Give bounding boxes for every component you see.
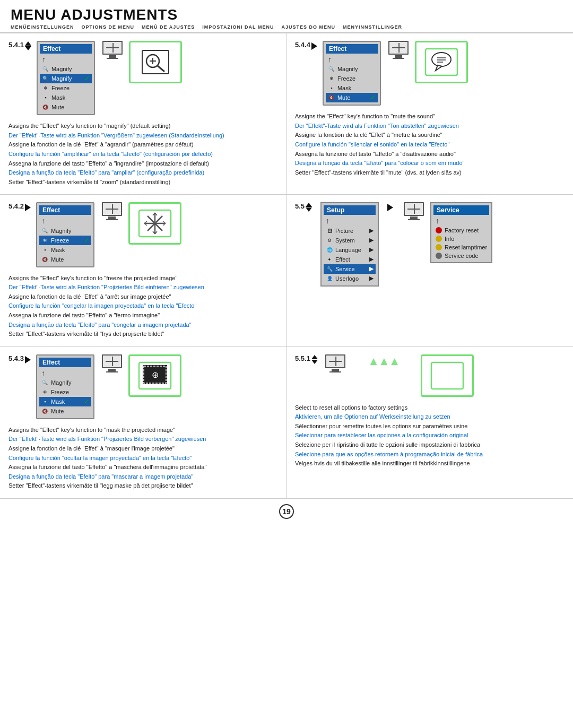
desc-544-fr: Assigne la fonction de la clé "Effet" à … (295, 132, 442, 138)
mask-icon-542: ▪ (41, 246, 49, 254)
setup-item-system[interactable]: ⚙ System ▶ (324, 236, 376, 245)
desc-542-pt: Designa a função da tecla "Efeito" para … (8, 322, 192, 328)
setup-item-language[interactable]: 🌐 Language ▶ (324, 245, 376, 255)
freeze-icon-542: ❄ (41, 237, 49, 244)
menu-back-543: ↑ (39, 368, 91, 378)
menu-item-mask-543-sel[interactable]: ▪ Mask ✓ (39, 397, 91, 406)
cell-551: 5.5.1 ▲▲▲ (286, 347, 573, 499)
cell-542: 5.4.2 Effect ↑ 🔍 Magnify ❄ Freeze ✓ ▪ (0, 195, 286, 346)
page-title: MENU ADJUSTMENTS (11, 6, 562, 23)
desc-542-es: Configure la función "congelar la imagen… (8, 302, 196, 309)
userlogo-icon: 👤 (326, 275, 333, 282)
setup-item-effect[interactable]: ✦ Effect ▶ (324, 255, 376, 264)
menu-item-mask-541[interactable]: ▪ Mask (40, 93, 92, 102)
menu-item-magnify-542[interactable]: 🔍 Magnify (39, 226, 91, 236)
desc-543-it: Assegna la funzione del tasto "Effetto" … (8, 464, 206, 470)
section-num-541: 5.4.1 (8, 41, 31, 50)
setup-menu-55: Setup ↑ 🖼 Picture ▶ ⚙ System ▶ 🌐 Languag… (320, 202, 379, 286)
svg-rect-28 (431, 362, 463, 389)
preview-box-551 (421, 354, 474, 397)
subtitle-row: MENÜEINSTELLUNGEN OPTIONS DE MENU MENÚ D… (11, 24, 562, 30)
info-icon (436, 236, 442, 242)
preview-box-541 (129, 41, 182, 83)
setup-item-service-sel[interactable]: 🔧 Service ▶ (324, 264, 376, 274)
picture-icon: 🖼 (326, 227, 333, 235)
mute-icon-543: 🔇 (41, 408, 49, 415)
mask-icon-544: ▪ (328, 84, 335, 92)
menu-title-544: Effect (326, 44, 378, 54)
setup-item-picture[interactable]: 🖼 Picture ▶ (324, 226, 376, 236)
menu-item-mute-544-sel[interactable]: 🔇 Mute ✓ (326, 93, 378, 102)
menu-item-freeze-541[interactable]: ❄ Freeze (40, 83, 92, 93)
desc-543-fr: Assigne la fonction de la clé "Effet" à … (8, 445, 175, 452)
desc-541-no: Setter "Effect"-tastens virkemåte til "z… (8, 179, 170, 185)
monitor-icon-551 (325, 354, 345, 372)
check-mask-543: ✓ (84, 398, 89, 405)
desc-541-pt: Designa a função da tecla "Efeito" para … (8, 169, 204, 176)
cell-544: 5.4.4 Effect ↑ 🔍 Magnify ❄ Freeze ▪ (286, 33, 573, 195)
magnify-icon-sel: 🔍 (42, 75, 49, 82)
factory-reset-logo: ▲▲▲ (368, 354, 399, 368)
effect-icon: ✦ (326, 256, 333, 263)
menu-item-freeze-542-sel[interactable]: ❄ Freeze ✓ (39, 236, 91, 245)
desc-551-es: Selecionar para restablecer las opciones… (295, 432, 468, 438)
menu-back-544: ↑ (326, 55, 378, 64)
check-mute-544: ✓ (370, 94, 376, 101)
desc-542-it: Assegna la funzione del tasto "Effetto" … (8, 312, 160, 318)
menu-item-magnify-544[interactable]: 🔍 Magnify (326, 64, 378, 74)
subtitle-de: MENÜEINSTELLUNGEN (11, 24, 74, 30)
menu-item-freeze-543[interactable]: ❄ Freeze (39, 387, 91, 397)
page-footer: 19 (0, 499, 573, 524)
service-item-info[interactable]: Info (433, 235, 489, 243)
monitor-icon-543 (102, 354, 122, 372)
desc-544-no: Setter "Effect"-tastens virkemåte til "m… (295, 169, 462, 176)
mask-icon: ▪ (42, 94, 49, 101)
desc-551-pt: Selecione para que as opções retornem à … (295, 451, 483, 457)
freeze-icon-543: ❄ (41, 388, 49, 396)
magnify-icon-543: 🔍 (41, 379, 49, 386)
menu-item-mute-542[interactable]: 🔇 Mute (39, 255, 91, 264)
menu-item-mask-542[interactable]: ▪ Mask (39, 245, 91, 255)
service-menu-55: Service ↑ Factory reset Info Reset lampt… (430, 202, 492, 263)
cell-543: 5.4.3 Effect ↑ 🔍 Magnify ❄ Freeze ▪ (0, 347, 286, 499)
menu-item-mute-541[interactable]: 🔇 Mute (40, 102, 92, 112)
section-num-543: 5.4.3 (8, 354, 31, 363)
menu-item-mask-544[interactable]: ▪ Mask (326, 83, 378, 93)
preview-box-542 (128, 202, 181, 245)
desc-543-no: Setter "Effect"-tastens virkemåte til "l… (8, 482, 193, 489)
freeze-icon: ❄ (42, 84, 49, 92)
mute-icon: 🔇 (42, 103, 49, 111)
desc-551-en: Select to reset all options to factory s… (295, 404, 407, 411)
menu-item-magnify-sel-541[interactable]: 🔍 Magnify ✓ (40, 74, 92, 83)
menu-item-magnify-541[interactable]: 🔍 Magnify (40, 64, 92, 74)
desc-541-de: Der "Effekt"-Taste wird als Funktion "Ve… (8, 132, 224, 138)
section-num-542: 5.4.2 (8, 202, 31, 211)
menu-title-543: Effect (39, 358, 91, 367)
service-item-service-code[interactable]: Service code (433, 252, 489, 260)
menu-back-541: ↑ (40, 55, 92, 64)
subtitle-pt: AJUSTES DO MENU (281, 24, 335, 30)
service-item-reset-lamp[interactable]: Reset lamptimer (433, 243, 489, 252)
section-num-551: 5.5.1 (295, 354, 318, 364)
desc-541-it: Assegna la funzione del tasto "Effetto" … (8, 160, 209, 167)
menu-item-freeze-544[interactable]: ❄ Freeze (326, 74, 378, 83)
arrow-updown-55 (306, 203, 312, 212)
mask-preview-svg: ⊕ (136, 360, 173, 392)
service-item-factory-reset[interactable]: Factory reset (433, 226, 489, 235)
system-icon: ⚙ (326, 237, 333, 244)
menu-title-542: Effect (39, 205, 91, 215)
factory-reset-logo-area: ▲▲▲ (352, 354, 415, 368)
service-code-icon (436, 253, 442, 259)
desc-551-fr: Sélectionner pour remettre toutes les op… (295, 423, 467, 429)
desc-541-en: Assigns the "Effect" key's function to "… (8, 123, 171, 129)
setup-item-userlogo[interactable]: 👤 Userlogo ▶ (324, 274, 376, 283)
language-icon: 🌐 (326, 246, 333, 254)
menu-item-mute-543[interactable]: 🔇 Mute (39, 406, 91, 416)
setup-back-55: ↑ (324, 216, 376, 226)
mask-icon-543: ▪ (41, 398, 49, 405)
service-back-55: ↑ (433, 216, 489, 226)
subtitle-it: IMPOSTAZIONI DAL MENU (202, 24, 274, 30)
preview-box-544 (415, 41, 468, 83)
menu-item-magnify-543[interactable]: 🔍 Magnify (39, 378, 91, 387)
monitor-icon-55 (404, 202, 424, 220)
